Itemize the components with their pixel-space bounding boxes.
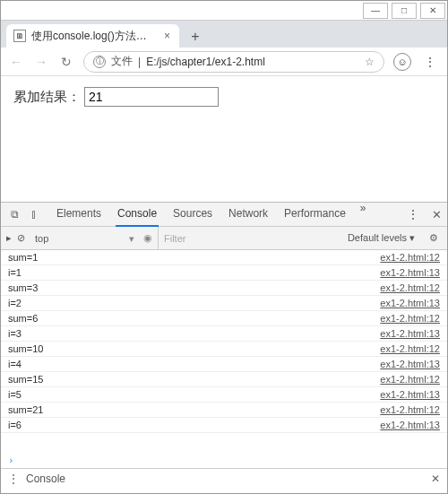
log-source-link[interactable]: ex1-2.html:12 xyxy=(380,282,440,293)
drawer-menu-icon[interactable]: ⋮ xyxy=(8,472,19,485)
live-expression-icon[interactable]: ◉ xyxy=(143,232,152,244)
page-favicon: 🗎 xyxy=(13,30,26,42)
console-log-row: i=4ex1-2.html:13 xyxy=(1,357,447,372)
log-source-link[interactable]: ex1-2.html:12 xyxy=(380,374,440,385)
window-maximize-button[interactable]: □ xyxy=(392,3,417,19)
console-log-row: sum=1ex1-2.html:12 xyxy=(1,250,447,265)
window-titlebar: — □ ✕ xyxy=(1,1,447,21)
drawer-tab-console[interactable]: Console xyxy=(26,472,65,485)
log-message: sum=1 xyxy=(8,252,380,263)
tab-performance[interactable]: Performance xyxy=(282,202,348,227)
log-message: i=6 xyxy=(8,420,380,430)
log-message: i=2 xyxy=(8,298,380,308)
browser-tab[interactable]: 🗎 使用console.log()方法调试代码 × xyxy=(6,24,179,48)
url-text: E:/js/chapter1/ex1-2.html xyxy=(146,56,359,68)
window-close-button[interactable]: ✕ xyxy=(420,3,445,19)
tab-sources[interactable]: Sources xyxy=(171,202,214,227)
omnibox[interactable]: ⓘ 文件 | E:/js/chapter1/ex1-2.html ☆ xyxy=(83,51,384,73)
window-minimize-button[interactable]: — xyxy=(363,3,388,19)
tab-elements[interactable]: Elements xyxy=(55,202,103,227)
devtools-close-icon[interactable]: ✕ xyxy=(432,208,442,221)
log-message: i=3 xyxy=(8,328,380,339)
console-sidebar-toggle-icon[interactable]: ▸ xyxy=(6,232,12,244)
tab-network[interactable]: Network xyxy=(227,202,270,227)
console-log-row: i=3ex1-2.html:13 xyxy=(1,326,447,342)
console-log-row: i=5ex1-2.html:13 xyxy=(1,387,447,403)
log-message: i=1 xyxy=(8,267,380,278)
result-input[interactable] xyxy=(84,87,219,107)
log-levels-selector[interactable]: Default levels ▾ xyxy=(348,232,420,244)
devtools-tabs: Elements Console Sources Network Perform… xyxy=(55,202,400,227)
bookmark-star-icon[interactable]: ☆ xyxy=(365,56,375,68)
log-message: sum=21 xyxy=(8,404,380,415)
log-message: i=5 xyxy=(8,389,380,400)
drawer-close-icon[interactable]: ✕ xyxy=(431,472,440,485)
url-separator: | xyxy=(138,56,141,68)
address-bar: ← → ↻ ⓘ 文件 | E:/js/chapter1/ex1-2.html ☆… xyxy=(1,48,447,76)
clear-console-icon[interactable]: ⊘ xyxy=(17,232,25,244)
devtools-menu-icon[interactable]: ⋮ xyxy=(403,207,423,221)
profile-avatar-icon[interactable]: ☺ xyxy=(393,53,411,71)
browser-tabbar: 🗎 使用console.log()方法调试代码 × + xyxy=(1,21,447,48)
device-toggle-icon[interactable]: ⫿ xyxy=(26,208,42,221)
filter-input[interactable]: Filter xyxy=(158,227,342,250)
console-log-row: i=1ex1-2.html:13 xyxy=(1,265,447,281)
log-source-link[interactable]: ex1-2.html:13 xyxy=(380,359,440,369)
console-toolbar: ▸ ⊘ top ◉ Filter Default levels ▾ ⚙ xyxy=(1,227,447,250)
site-info-icon[interactable]: ⓘ xyxy=(93,56,106,68)
page-content: 累加结果： xyxy=(1,76,447,202)
more-tabs-icon[interactable]: » xyxy=(360,202,366,227)
tab-console[interactable]: Console xyxy=(116,202,159,227)
tab-title: 使用console.log()方法调试代码 xyxy=(31,29,157,44)
devtools-drawer: ⋮ Console ✕ xyxy=(1,468,447,488)
console-prompt[interactable]: › xyxy=(1,453,447,468)
log-message: sum=3 xyxy=(8,282,380,293)
log-source-link[interactable]: ex1-2.html:12 xyxy=(380,252,440,263)
log-message: sum=15 xyxy=(8,374,380,385)
console-log-row: sum=3ex1-2.html:12 xyxy=(1,281,447,296)
tab-close-icon[interactable]: × xyxy=(162,30,172,42)
devtools-toolbar: ⧉ ⫿ Elements Console Sources Network Per… xyxy=(1,202,447,227)
url-scheme-label: 文件 xyxy=(111,54,133,69)
console-log-row: sum=15ex1-2.html:12 xyxy=(1,372,447,387)
log-source-link[interactable]: ex1-2.html:13 xyxy=(380,389,440,400)
console-log-row: i=2ex1-2.html:13 xyxy=(1,296,447,311)
context-selector[interactable]: top xyxy=(30,231,138,246)
log-source-link[interactable]: ex1-2.html:12 xyxy=(380,404,440,415)
console-log-list: sum=1ex1-2.html:12i=1ex1-2.html:13sum=3e… xyxy=(1,250,447,453)
console-settings-icon[interactable]: ⚙ xyxy=(426,232,442,244)
log-message: sum=6 xyxy=(8,313,380,324)
browser-menu-icon[interactable]: ⋮ xyxy=(420,55,440,69)
console-log-row: sum=6ex1-2.html:12 xyxy=(1,311,447,326)
console-log-row: sum=10ex1-2.html:12 xyxy=(1,342,447,357)
reload-button[interactable]: ↻ xyxy=(58,55,74,69)
log-source-link[interactable]: ex1-2.html:13 xyxy=(380,298,440,308)
log-source-link[interactable]: ex1-2.html:12 xyxy=(380,313,440,324)
log-source-link[interactable]: ex1-2.html:13 xyxy=(380,267,440,278)
new-tab-button[interactable]: + xyxy=(185,26,206,48)
log-source-link[interactable]: ex1-2.html:13 xyxy=(380,328,440,339)
log-message: sum=10 xyxy=(8,343,380,354)
console-log-row: sum=21ex1-2.html:12 xyxy=(1,403,447,418)
back-button[interactable]: ← xyxy=(8,55,24,69)
console-log-row: i=6ex1-2.html:13 xyxy=(1,418,447,433)
inspect-element-icon[interactable]: ⧉ xyxy=(6,208,22,221)
log-message: i=4 xyxy=(8,359,380,369)
result-label: 累加结果： xyxy=(13,89,81,106)
log-source-link[interactable]: ex1-2.html:12 xyxy=(380,343,440,354)
forward-button[interactable]: → xyxy=(33,55,49,69)
log-source-link[interactable]: ex1-2.html:13 xyxy=(380,420,440,430)
